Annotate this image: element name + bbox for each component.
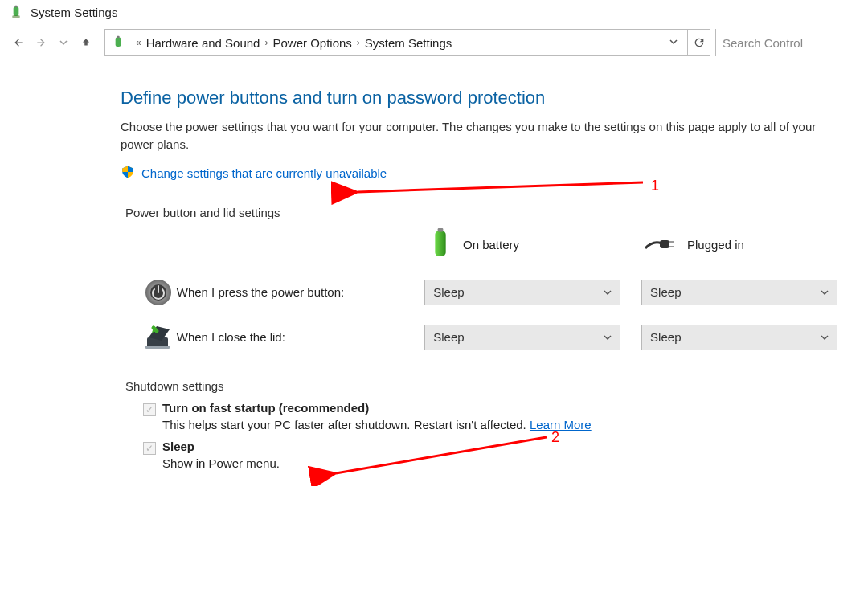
page-heading: Define power buttons and turn on passwor… xyxy=(121,88,837,108)
checkbox[interactable]: ✓ xyxy=(143,442,156,455)
checkbox-sleep: ✓ Sleep xyxy=(143,440,837,455)
chevron-down-icon xyxy=(604,330,612,344)
refresh-button[interactable] xyxy=(688,29,710,56)
svg-rect-4 xyxy=(435,231,445,256)
battery-icon xyxy=(429,227,452,262)
check-icon: ✓ xyxy=(145,444,154,453)
checkbox-label: Turn on fast startup (recommended) xyxy=(162,401,369,415)
power-button-icon xyxy=(140,278,177,307)
checkbox[interactable]: ✓ xyxy=(143,403,156,416)
power-button-plugged-select[interactable]: Sleep xyxy=(641,280,837,305)
window-titlebar: System Settings xyxy=(0,0,868,24)
section-power-lid-title: Power button and lid settings xyxy=(125,206,837,219)
column-plugged-label: Plugged in xyxy=(687,238,744,252)
setting-row-power-button: When I press the power button: Sleep Sle… xyxy=(140,278,837,307)
annotation-arrow-1 xyxy=(358,182,643,192)
checkbox-description: Show in Power menu. xyxy=(162,456,280,470)
chevron-right-icon: › xyxy=(260,37,272,48)
svg-rect-12 xyxy=(145,346,170,349)
svg-rect-5 xyxy=(438,228,444,231)
checkbox-label: Sleep xyxy=(162,440,194,453)
power-button-battery-select[interactable]: Sleep xyxy=(424,280,620,305)
breadcrumb-part[interactable]: Power Options xyxy=(272,36,351,50)
column-battery-label: On battery xyxy=(463,238,519,252)
svg-rect-2 xyxy=(116,37,121,47)
uac-shield-icon xyxy=(121,165,135,182)
power-options-icon xyxy=(8,4,24,20)
page-description: Choose the power settings that you want … xyxy=(121,118,837,153)
svg-rect-3 xyxy=(117,36,119,39)
power-options-icon xyxy=(110,35,126,51)
breadcrumb-path[interactable]: « Hardware and Sound › Power Options › S… xyxy=(104,29,688,56)
learn-more-link[interactable]: Learn More xyxy=(530,418,592,431)
setting-row-close-lid: When I close the lid: Sleep Sleep xyxy=(140,323,837,352)
main-content: Define power buttons and turn on passwor… xyxy=(0,63,852,486)
search-input[interactable]: Search Control xyxy=(715,29,860,56)
breadcrumb-part[interactable]: System Settings xyxy=(365,36,452,50)
forward-button[interactable] xyxy=(31,32,51,53)
close-lid-battery-select[interactable]: Sleep xyxy=(424,325,620,350)
chevron-down-icon[interactable] xyxy=(665,37,682,48)
check-icon: ✓ xyxy=(145,405,154,415)
up-button[interactable] xyxy=(76,32,96,53)
laptop-lid-icon xyxy=(140,323,177,352)
checkbox-description: This helps start your PC faster after sh… xyxy=(162,418,526,431)
chevron-right-icon: › xyxy=(352,37,365,48)
svg-rect-6 xyxy=(660,240,669,248)
recent-locations-button[interactable] xyxy=(53,32,74,53)
plug-icon xyxy=(644,232,676,257)
chevron-down-icon xyxy=(821,285,829,299)
nav-bar: « Hardware and Sound › Power Options › S… xyxy=(0,24,868,63)
annotation-label-2: 2 xyxy=(551,429,559,446)
chevron-down-icon xyxy=(604,285,612,299)
section-shutdown-title: Shutdown settings xyxy=(125,379,837,393)
close-lid-plugged-select[interactable]: Sleep xyxy=(641,325,837,350)
setting-label: When I close the lid: xyxy=(177,330,424,344)
svg-rect-0 xyxy=(14,6,19,16)
change-unavailable-settings-link[interactable]: Change settings that are currently unava… xyxy=(141,166,387,180)
window-title: System Settings xyxy=(31,6,117,19)
chevron-down-icon xyxy=(821,330,829,344)
annotation-label-1: 1 xyxy=(651,178,659,194)
breadcrumb-part[interactable]: Hardware and Sound xyxy=(146,36,260,50)
setting-label: When I press the power button: xyxy=(177,285,424,299)
back-button[interactable] xyxy=(8,32,29,53)
svg-rect-1 xyxy=(14,6,17,7)
breadcrumb-overflow-icon[interactable]: « xyxy=(131,37,146,48)
checkbox-fast-startup: ✓ Turn on fast startup (recommended) xyxy=(143,401,837,416)
